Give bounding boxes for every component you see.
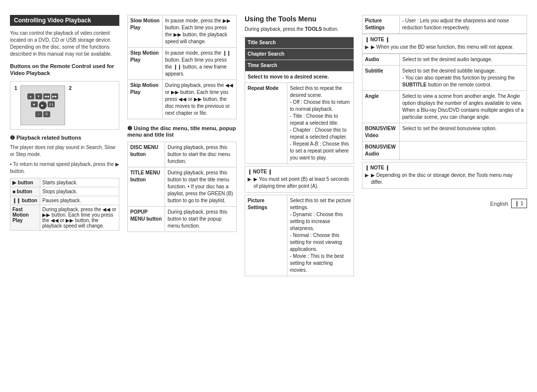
remote-btn: ■ (31, 101, 38, 107)
tools-title: Using the Tools Menu (245, 15, 354, 23)
repeat-chapter: - Chapter : Choose this to repeat a sele… (290, 127, 347, 140)
picture-settings-right-label: Picture Settings (362, 15, 400, 34)
col2-motion-disc: Slow Motion Play In pause mode, press th… (127, 15, 237, 276)
table-row-audio: Audio Select to set the desired audio la… (362, 54, 527, 66)
title-menu-text: During playback, press this button to st… (165, 167, 237, 207)
repeat-mode-text: Select this to repeat the desired scene. (290, 85, 342, 98)
picture-dynamic: - Dynamic : Choose this setting to incre… (290, 212, 343, 231)
skip-motion-label: Skip Motion Play (128, 80, 163, 119)
table-row-angle: Angle Select to view a scene from anothe… (362, 91, 527, 123)
disc-table: DISC MENU button During playback, press … (127, 142, 237, 232)
fast-motion-row: Fast Motion Play During playback, press … (10, 205, 119, 230)
remote-btn: ☰ (43, 111, 50, 117)
remote-btn: ▼ (35, 93, 42, 99)
note-arrow-footer: ▶ (365, 172, 369, 186)
subtitle-label: Subtitle (362, 66, 400, 91)
remote-btn: ⌂ (35, 111, 42, 117)
repeat-ab: - Repeat A-B : Choose this to set a repe… (290, 141, 349, 160)
table-row-bonusview-audio: BONUSVIEW Audio (362, 142, 527, 160)
title-search-label: Title Search (245, 37, 354, 49)
btn-play-label: ▶ button (10, 178, 40, 187)
title-menu-label: TITLE MENU button (128, 167, 165, 207)
diagram-label-2: 2 (69, 85, 72, 91)
disc-menu-label: DISC MENU button (128, 142, 165, 167)
picture-settings-right-text: - User : Lets you adjust the sharpness a… (400, 15, 527, 34)
note-text-footer: ▶ Depending on the disc or storage devic… (371, 172, 524, 186)
picture-movie: - Movie : This is the best setting for w… (290, 253, 344, 273)
slow-motion-text: In pause mode, press the ▶▶ button. Each… (163, 15, 237, 48)
note-text: ▶ You must set point (B) at least 5 seco… (254, 176, 351, 190)
playback-intro: The player does not play sound in Search… (10, 144, 119, 158)
bonusview-video-text: Select to set the desired bonusview opti… (400, 123, 527, 142)
table-row: TITLE MENU button During playback, press… (128, 167, 237, 207)
tools-table: Title Search Chapter Search Time Search … (245, 37, 354, 164)
bonusview-audio-label: BONUSVIEW Audio (362, 142, 400, 160)
step-motion-text: In pause mode, press the ❙❙ button. Each… (163, 48, 237, 80)
audio-label: Audio (362, 54, 400, 66)
btn-stop-label: ■ button (10, 187, 40, 196)
bonusview-audio-text (400, 142, 527, 160)
button-table: ▶ button Starts playback. ■ button Stops… (10, 178, 119, 231)
table-row-time-search: Time Search (245, 60, 354, 72)
popup-menu-label: POPUP MENU button (128, 207, 165, 232)
table-row: Slow Motion Play In pause mode, press th… (128, 15, 237, 48)
section-title: Controlling Video Playback (10, 15, 119, 26)
note-text-bd: ▶ When you use the BD wise function, thi… (371, 44, 514, 51)
chapter-search-label: Chapter Search (245, 49, 354, 60)
remote-btn: ▲ (27, 93, 34, 99)
repeat-mode-content: Select this to repeat the desired scene.… (287, 83, 354, 164)
btn-stop-text: Stops playback. (40, 187, 119, 196)
picture-settings-text: Select this to set the picture settings. (290, 198, 351, 210)
remote-btn: ◀◀ (43, 93, 50, 99)
footer-lang: English (490, 201, 508, 207)
angle-label: Angle (362, 91, 400, 123)
remote-diagram: 1 ▲ ▼ ◀◀ ▶▶ ■ ▶ ❙❙ ⌂ ☰ 2 (10, 81, 119, 130)
note-title: ❙ NOTE ❙ (248, 169, 351, 174)
table-row-picture: Picture Settings Select this to set the … (245, 195, 354, 276)
note-box-footer: ❙ NOTE ❙ ▶ ▶ Depending on the disc or st… (362, 162, 527, 189)
btn-play-text: Starts playback. (40, 178, 119, 187)
playback-section-title: ❶ Playback related buttons (10, 135, 119, 141)
picture-settings-label: Picture Settings (245, 195, 287, 276)
footer-box: English ❙ 1 (490, 199, 527, 208)
note-item: ▶ ▶ You must set point (B) at least 5 se… (248, 176, 351, 190)
table-row: Skip Motion Play During playback, press … (128, 80, 237, 119)
subtitle-text: Select to set the desired subtitle langu… (400, 66, 527, 91)
popup-menu-text: During playback, press this button to st… (165, 207, 237, 232)
col4-right: Picture Settings - User : Lets you adjus… (362, 15, 527, 276)
table-row: ▶ button Starts playback. (10, 178, 119, 187)
skip-motion-text: During playback, press the ◀◀ or ▶▶ butt… (163, 80, 237, 119)
remote-btn: ❙❙ (48, 101, 55, 107)
slow-motion-label: Slow Motion Play (128, 15, 163, 48)
page-layout: Controlling Video Playback You can contr… (10, 15, 527, 276)
tools-intro: During playback, press the TOOLS button. (245, 26, 354, 33)
fast-motion-text: During playback, press the ◀◀ or ▶▶ butt… (40, 205, 119, 230)
remote-btn: ▶▶ (51, 93, 58, 99)
disc-section-title: ❷ Using the disc menu, title menu, popup… (127, 125, 237, 138)
repeat-title: - Title : Choose this to repeat a select… (290, 113, 339, 126)
angle-text: Select to view a scene from another angl… (400, 91, 527, 123)
col3-tools-menu: Using the Tools Menu During playback, pr… (245, 15, 354, 276)
table-row: ■ button Stops playback. (10, 187, 119, 196)
note-title-bd: ❙ NOTE ❙ (365, 37, 524, 42)
table-row-repeat-mode: Repeat Mode Select this to repeat the de… (245, 83, 354, 164)
col1-subtitle: Buttons on the Remote Control used for V… (10, 63, 119, 77)
table-row-subtitle: Subtitle Select to set the desired subti… (362, 66, 527, 91)
footer: English ❙ 1 (362, 199, 527, 208)
picture-settings-table: Picture Settings Select this to set the … (245, 195, 354, 276)
fast-motion-label: Fast Motion Play (10, 205, 40, 230)
repeat-off: - Off : Choose this to return to normal … (290, 99, 350, 112)
time-search-label: Time Search (245, 60, 354, 72)
table-row: DISC MENU button During playback, press … (128, 142, 237, 167)
audio-subtitle-table: Audio Select to set the desired audio la… (362, 54, 527, 160)
picture-settings-content: Select this to set the picture settings.… (287, 195, 354, 276)
table-row-search-desc: Select to move to a desired scene. (245, 72, 354, 83)
table-row: Step Motion Play In pause mode, press th… (128, 48, 237, 80)
remote-btn-play: ▶ (39, 101, 47, 109)
footer-page-num: ❙ 1 (511, 199, 527, 208)
table-row: POPUP MENU button During playback, press… (128, 207, 237, 232)
note-item-footer: ▶ ▶ Depending on the disc or storage dev… (365, 172, 524, 186)
table-row-title-search: Title Search (245, 37, 354, 49)
note-title-footer: ❙ NOTE ❙ (365, 165, 524, 170)
note-box-bd-wise: ❙ NOTE ❙ ▶ ▶ When you use the BD wise fu… (362, 34, 527, 54)
